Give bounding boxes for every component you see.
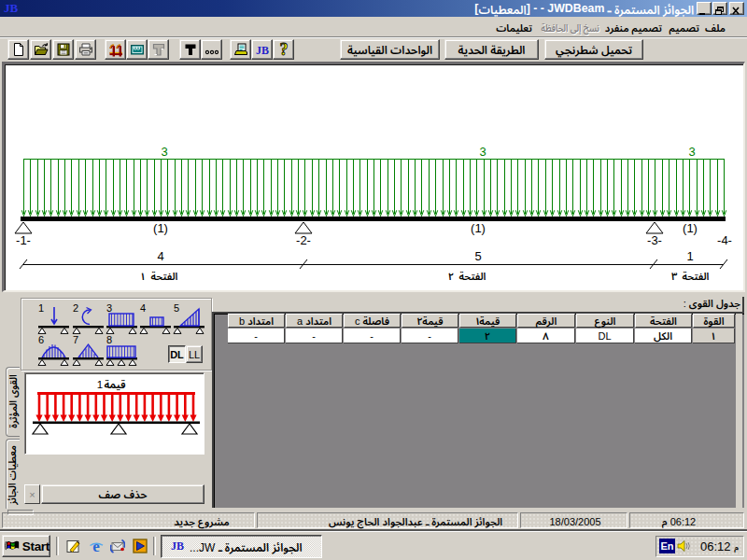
svg-text:٣: ٣ bbox=[671, 269, 678, 283]
svg-text:7: 7 bbox=[73, 334, 78, 345]
svg-text:الفتحة: الفتحة bbox=[459, 269, 486, 283]
svg-text:(1): (1) bbox=[683, 221, 698, 235]
svg-text:5: 5 bbox=[174, 302, 179, 314]
svg-text:(1): (1) bbox=[153, 221, 168, 235]
svg-text:1: 1 bbox=[97, 379, 103, 390]
svg-text:3: 3 bbox=[688, 145, 695, 159]
svg-text:4: 4 bbox=[140, 302, 146, 314]
svg-text:3: 3 bbox=[106, 302, 112, 314]
svg-text:2: 2 bbox=[73, 302, 78, 314]
svg-text:1: 1 bbox=[686, 249, 693, 263]
svg-text:e: e bbox=[92, 539, 100, 553]
svg-text:8: 8 bbox=[106, 334, 112, 345]
svg-text:٢: ٢ bbox=[448, 269, 454, 283]
svg-text:الفتحة: الفتحة bbox=[151, 269, 178, 283]
svg-text:1: 1 bbox=[38, 302, 44, 314]
svg-text:3: 3 bbox=[479, 145, 486, 159]
svg-text:-1-: -1- bbox=[16, 233, 31, 247]
svg-text:قيمة: قيمة bbox=[104, 377, 126, 391]
svg-text:الفتحة: الفتحة bbox=[683, 269, 710, 283]
svg-text:5: 5 bbox=[474, 249, 481, 263]
svg-text:-3-: -3- bbox=[647, 233, 662, 247]
svg-text:١: ١ bbox=[141, 269, 144, 283]
svg-text:JB: JB bbox=[255, 44, 268, 57]
svg-text:3: 3 bbox=[161, 145, 167, 159]
svg-text:6: 6 bbox=[38, 334, 44, 345]
svg-text:(1): (1) bbox=[471, 221, 486, 235]
svg-text:?: ? bbox=[279, 42, 288, 57]
svg-text:4: 4 bbox=[157, 249, 163, 263]
svg-text:-2-: -2- bbox=[296, 233, 311, 247]
svg-text:-4-: -4- bbox=[717, 233, 732, 247]
